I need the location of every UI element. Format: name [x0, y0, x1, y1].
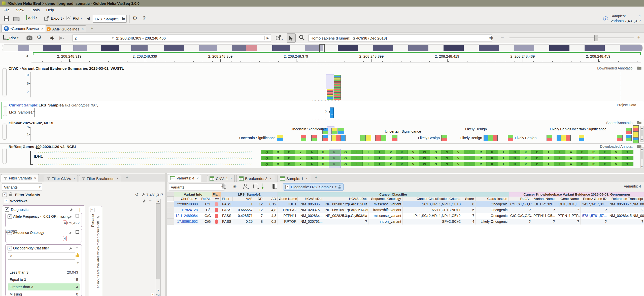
- cell[interactable]: 11:824128: [174, 207, 199, 213]
- onco-result-row[interactable]: Greater than 34: [8, 283, 80, 290]
- civic-evidence-box[interactable]: [334, 80, 341, 82]
- column-header-gene-name[interactable]: Gene Name: [278, 197, 298, 201]
- cell[interactable]: 12: [254, 201, 264, 207]
- civic-evidence-box[interactable]: [334, 82, 341, 85]
- column-header-gene-name[interactable]: Gene Name: [556, 197, 580, 201]
- rescue-checkbox[interactable]: ✓: [90, 208, 94, 212]
- onco-collapse-button[interactable]: −: [76, 245, 78, 250]
- cell[interactable]: G/C: [199, 213, 212, 219]
- column-header-vaf[interactable]: VAF: [233, 197, 254, 201]
- cell[interactable]: PASS: [221, 201, 233, 207]
- histogram-icon[interactable]: [76, 253, 79, 257]
- cell[interactable]: Oncogenic: [476, 207, 509, 213]
- cell[interactable]: ?: [608, 207, 644, 213]
- plot-button[interactable]: Plot▾: [66, 16, 82, 21]
- cell[interactable]: C/-: [199, 207, 212, 213]
- gene-label[interactable]: IDH1: [34, 154, 43, 159]
- cell[interactable]: missense_variant: [368, 213, 403, 219]
- zoom-out-button[interactable]: −: [501, 34, 504, 41]
- cell[interactable]: 4,3: [264, 213, 278, 219]
- table-row[interactable]: 2:208248388C/TPASS1120,12IDH1NM_005896..…: [167, 201, 644, 207]
- close-icon[interactable]: ×: [73, 176, 75, 180]
- export-button[interactable]: Export▾: [44, 16, 64, 21]
- cell[interactable]: Oncogenic: [476, 213, 509, 219]
- close-icon[interactable]: ×: [117, 176, 119, 180]
- column-header-classification[interactable]: Classification: [476, 197, 509, 201]
- info-icon[interactable]: i: [603, 16, 608, 21]
- screenshot-camera-icon[interactable]: [26, 35, 33, 42]
- tab-filter-breakends[interactable]: Filter Breakends×: [79, 175, 121, 182]
- cell[interactable]: NV+1,CE+3,ND+1: [403, 207, 462, 213]
- genome-assembly-combo[interactable]: Homo sapiens (Human), GRCh38 (Dec 2013): [309, 34, 492, 42]
- civic-evidence-box[interactable]: [334, 87, 341, 90]
- cell[interactable]: 1: [233, 201, 254, 207]
- cell[interactable]: PASS: [221, 207, 233, 213]
- onco-wrench-icon[interactable]: [69, 247, 72, 251]
- cell[interactable]: IP+1,SC+2,HR+1,NP+1,CE+2: [403, 213, 462, 219]
- nav-forward-button[interactable]: ▶▾: [59, 35, 64, 41]
- table-row[interactable]: 11:824128C/-PASS0.666667124,8PNPLA2NM_02…: [167, 207, 644, 213]
- zoom-slider-thumb[interactable]: [594, 35, 598, 41]
- filter-root-checkbox[interactable]: ✓: [3, 193, 7, 197]
- cell[interactable]: NM_002834...: [298, 213, 324, 219]
- civic-evidence-box[interactable]: [334, 90, 341, 92]
- column-header-entrez-gene-id[interactable]: Entrez Gene ID: [580, 197, 608, 201]
- cell[interactable]: ?: [581, 219, 608, 225]
- cell[interactable]: 12:112489084: [174, 213, 199, 219]
- add-button[interactable]: + Add▾: [26, 16, 37, 20]
- nav-back-button[interactable]: ◀▾: [49, 35, 54, 41]
- column-header-chr-pos[interactable]: Chr:Pos ▼: [174, 197, 199, 201]
- cell[interactable]: PNPLA2: [278, 207, 298, 213]
- table-row[interactable]: 17:80681652C/GPASS0.2580,2RPTORNM_020761…: [167, 219, 644, 225]
- cell[interactable]: NP_002825.3:p.Gly503Ala: [324, 213, 368, 219]
- new-filter-tab-button[interactable]: +: [126, 175, 128, 180]
- cell[interactable]: NM_002834.5,NM_00...: [608, 213, 644, 219]
- flag-pill[interactable]: [215, 202, 218, 206]
- column-header-ad[interactable]: AD: [264, 197, 278, 201]
- row-handle[interactable]: [167, 219, 174, 225]
- cell[interactable]: SC+3,HR+1,NP+1,CE+3: [403, 201, 462, 207]
- column-header-dp[interactable]: DP: [254, 197, 264, 201]
- unlock-icon[interactable]: [9, 192, 13, 198]
- tab-filter-variants[interactable]: Filter Variants×: [1, 174, 39, 182]
- diagnostic-wrench-icon[interactable]: [70, 208, 74, 213]
- table-visibility-icon[interactable]: ◈: [233, 183, 236, 189]
- table-options-icon[interactable]: [222, 184, 227, 190]
- cell[interactable]: ?: [324, 219, 368, 225]
- close-icon[interactable]: ×: [197, 176, 199, 180]
- cell[interactable]: RPTOR: [278, 219, 298, 225]
- tab-cnv-1[interactable]: CNV: 1×: [207, 175, 235, 182]
- cell[interactable]: ?: [532, 219, 556, 225]
- civic-drag-handle[interactable]: ····················: [312, 100, 341, 101]
- pointer-tool-button[interactable]: [287, 33, 296, 43]
- workflows-wrench-icon[interactable]: [143, 199, 146, 204]
- civic-evidence-box[interactable]: [327, 92, 333, 94]
- column-header-ref-alt[interactable]: Ref/Alt: [509, 197, 532, 201]
- cell[interactable]: 0.25: [233, 219, 254, 225]
- cell[interactable]: SP+2,SC+2: [403, 219, 462, 225]
- clinvar-scrollbar[interactable]: ▲ ▼: [640, 126, 643, 142]
- cell[interactable]: 7: [462, 213, 476, 219]
- diagnostic-collapse-icon[interactable]: ❙: [78, 207, 82, 212]
- column-header-score[interactable]: Score: [462, 197, 476, 201]
- onco-checkbox[interactable]: ✓: [8, 246, 12, 250]
- tab-sample-1[interactable]: Sample: 1×: [278, 175, 310, 182]
- settings-gear-icon[interactable]: ⚙: [132, 15, 137, 21]
- cell[interactable]: 4,8: [264, 207, 278, 213]
- menu-tools[interactable]: Tools: [31, 8, 40, 12]
- onco-result-row[interactable]: Equal to 315: [8, 276, 80, 283]
- table-row[interactable]: 12:112489084G/CPASS0.42857174,3PTPN11NM_…: [167, 213, 644, 219]
- cell[interactable]: 4: [462, 219, 476, 225]
- cell[interactable]: NP_065109.1:p.Arg351Alaf...: [324, 207, 368, 213]
- row-handle[interactable]: [167, 213, 174, 219]
- close-icon[interactable]: ×: [230, 176, 232, 180]
- cell[interactable]: ?: [556, 219, 581, 225]
- filter-scrollbar[interactable]: ▲ ▼: [156, 199, 161, 296]
- column-header-va[interactable]: VA: [212, 197, 221, 201]
- cell[interactable]: PASS: [221, 219, 233, 225]
- cell[interactable]: ?: [608, 219, 644, 225]
- cell[interactable]: 0.666667: [233, 207, 254, 213]
- menu-help[interactable]: Help: [46, 8, 54, 12]
- filter-source-combo[interactable]: Variants: [2, 183, 42, 191]
- cell[interactable]: 0.428571: [233, 213, 254, 219]
